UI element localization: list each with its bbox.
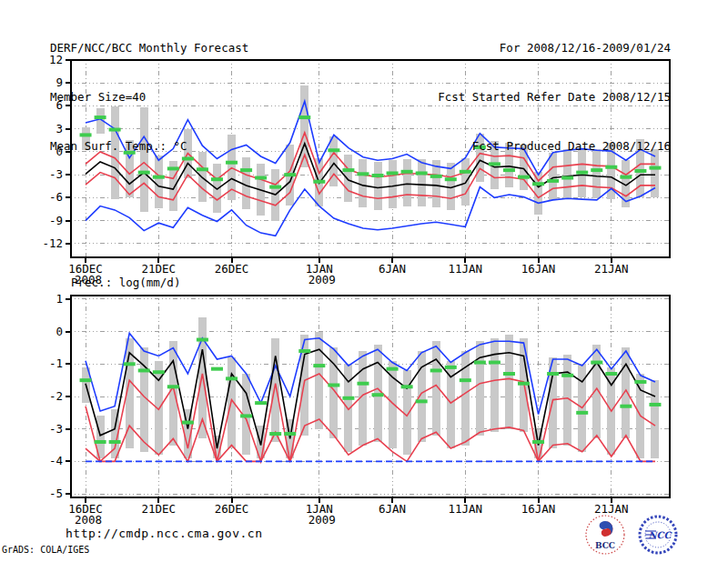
y-tick-label: -3 — [49, 422, 63, 436]
observation-dash — [298, 349, 310, 353]
observation-dash — [182, 421, 194, 425]
footer-logos: BCC NCC — [583, 513, 685, 558]
observation-dash — [124, 362, 136, 366]
observation-dash — [328, 384, 339, 387]
observation-dash — [605, 372, 617, 376]
observation-dash — [372, 174, 384, 177]
observation-dash — [401, 385, 413, 388]
spread-bar — [476, 341, 484, 436]
observation-dashes — [80, 338, 662, 444]
spread-bar — [169, 341, 177, 445]
y-tick-label: 1 — [56, 292, 63, 306]
x-tick-label: 21DEC — [141, 502, 176, 516]
source-url: http://cmdp.ncc.cma.gov.cn — [66, 527, 263, 540]
spread-bar — [389, 160, 397, 208]
observation-dash — [197, 338, 208, 342]
member-size-label: Member Size=40 — [50, 89, 248, 105]
temp-chart-title: Mean Surf. Temp.: °C — [50, 138, 248, 155]
y-tick-label: -2 — [49, 389, 63, 403]
observation-dash — [547, 372, 559, 376]
observation-dash — [416, 399, 428, 403]
observation-dash — [649, 403, 661, 406]
header-right: For 2008/12/16-2009/01/24 Fcst Started R… — [438, 7, 671, 187]
observation-dash — [460, 378, 471, 382]
bcc-logo-label: BCC — [595, 541, 615, 550]
observation-dash — [489, 361, 500, 365]
x-tick-label: 11JAN — [448, 502, 482, 516]
produced-date-label: Fcst Produced Date 2008/12/16 — [438, 138, 671, 155]
x-tick-label: 26DEC — [215, 502, 249, 516]
x-tick-label: 21JAN — [594, 262, 629, 276]
observation-dash — [561, 374, 573, 377]
observation-dash — [153, 370, 165, 374]
observation-dash — [372, 393, 384, 396]
observation-dash — [269, 432, 281, 436]
spread-bar — [651, 380, 659, 458]
axis-labels: 10-1-2-3-4-516DEC200821DEC26DEC1JAN20096… — [49, 292, 629, 527]
observation-dash — [576, 411, 588, 415]
observation-dash — [357, 382, 369, 386]
spread-bar — [344, 155, 352, 202]
spread-bar — [359, 159, 367, 207]
forecast-range-label: For 2008/12/16-2009/01/24 — [438, 40, 671, 56]
y-tick-label: -12 — [42, 236, 63, 250]
spread-bar — [374, 162, 382, 210]
spread-bar — [344, 364, 352, 451]
x-tick-year-label: 2009 — [308, 273, 336, 286]
observation-dash — [255, 176, 267, 180]
observation-dash — [445, 366, 457, 369]
observation-dash — [328, 148, 339, 152]
precipitation-chart: 10-1-2-3-4-516DEC200821DEC26DEC1JAN20096… — [49, 292, 670, 527]
spread-bar — [490, 338, 499, 433]
grads-forecast-page: 129630-3-6-9-1216DEC200821DEC26DEC1JAN20… — [0, 0, 728, 562]
observation-dash — [269, 186, 281, 189]
page-title: DERF/NCC/BCC Monthly Forecast — [50, 40, 248, 56]
observation-dash — [109, 440, 121, 444]
x-tick-label: 16JAN — [521, 502, 556, 516]
observation-dash — [474, 361, 486, 365]
grads-credit: GrADS: COLA/IGES — [2, 545, 89, 555]
y-tick-label: -5 — [49, 487, 63, 500]
observation-dash — [518, 382, 530, 386]
header-left: DERF/NCC/BCC Monthly Forecast Member Siz… — [50, 7, 248, 187]
y-tick-label: -1 — [49, 356, 63, 370]
observation-dash — [226, 376, 238, 380]
observation-dash — [298, 115, 310, 119]
observation-dash — [255, 401, 267, 405]
observation-dash — [401, 170, 413, 174]
x-tick-label: 6JAN — [379, 262, 406, 276]
observation-dash — [357, 172, 369, 176]
observation-dash — [342, 168, 354, 172]
observation-dash — [240, 414, 252, 417]
observation-dash — [313, 180, 325, 184]
x-tick-label: 21DEC — [141, 262, 176, 276]
x-tick-year-label: 2009 — [308, 513, 336, 527]
y-tick-label: -9 — [49, 214, 63, 227]
y-tick-label: 0 — [56, 325, 63, 338]
observation-dash — [167, 385, 179, 388]
observation-dash — [387, 367, 399, 371]
observation-dash — [503, 372, 515, 376]
observation-dash — [416, 171, 428, 175]
ncc-logo-label: NCC — [648, 530, 672, 540]
observation-dash — [342, 396, 354, 400]
x-tick-label: 6JAN — [379, 502, 406, 516]
observation-dash — [313, 364, 325, 367]
observation-dash — [532, 440, 544, 444]
ncc-logo: NCC — [640, 517, 676, 553]
observation-dash — [284, 432, 296, 436]
prec-chart-title: Prec.: log(mm/d) — [71, 276, 180, 289]
refer-date-label: Fcst Started Refer Date 2008/12/15 — [438, 89, 671, 105]
y-tick-label: -6 — [49, 190, 63, 204]
bcc-logo: BCC — [586, 516, 624, 554]
observation-dash — [95, 440, 106, 444]
spread-bar — [403, 159, 411, 206]
observation-dash — [284, 173, 296, 176]
spread-bar — [418, 159, 426, 206]
observation-dash — [591, 361, 602, 365]
observation-dash — [620, 405, 632, 408]
x-tick-label: 16JAN — [521, 262, 556, 276]
spread-bar — [271, 338, 279, 442]
spread-bar — [315, 332, 323, 429]
x-tick-label: 11JAN — [448, 262, 482, 276]
